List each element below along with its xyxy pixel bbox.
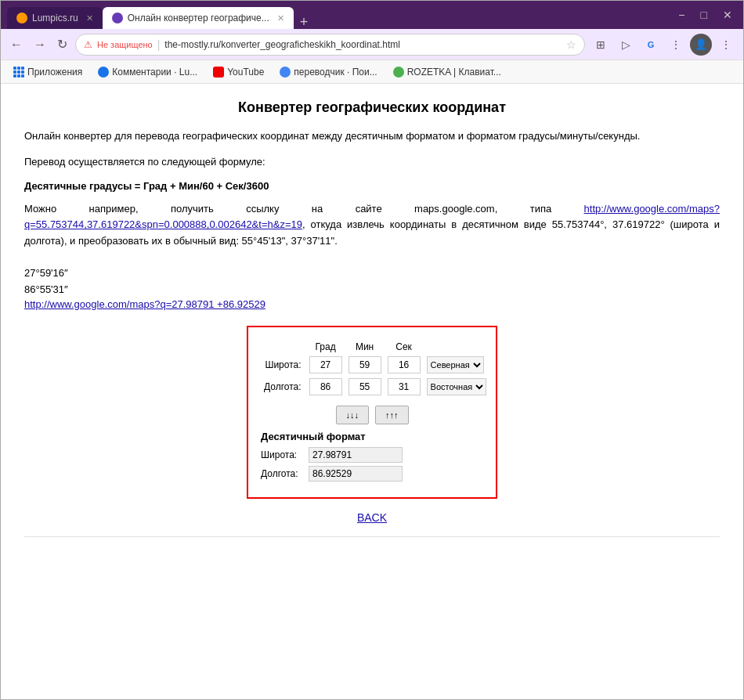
page-divider — [24, 536, 720, 537]
bookmarks-bar: Приложения Комментарии · Lu... YouTube п… — [1, 60, 743, 84]
window-controls: − □ ✕ — [674, 7, 737, 23]
browser-toolbar-icons: ⊞ ▷ G ⋮ 👤 ⋮ — [590, 34, 737, 56]
security-warning-icon: ⚠ — [84, 39, 92, 50]
tab1-favicon — [16, 13, 27, 23]
minimize-button[interactable]: − — [674, 7, 689, 23]
bookmark-apps[interactable]: Приложения — [7, 65, 88, 79]
cast-button[interactable]: ▷ — [615, 34, 637, 56]
bookmark-apps-label: Приложения — [27, 67, 82, 78]
lat-grad-input[interactable] — [309, 356, 342, 373]
youtube-icon — [213, 67, 224, 78]
tab-converter[interactable]: Онлайн конвертер географиче... ✕ — [103, 7, 294, 29]
converter-widget: Град Мин Сек Широта: Северна — [247, 326, 497, 499]
address-input[interactable]: ⚠ Не защищено | the-mostly.ru/konverter_… — [75, 34, 585, 56]
example-prefix: Можно например, получить ссылку на сайте… — [24, 203, 584, 215]
bookmark-youtube[interactable]: YouTube — [207, 65, 270, 79]
bookmark-rozetka-label: ROZETKA | Клавиат... — [407, 67, 501, 78]
profile-icon[interactable]: 👤 — [690, 34, 712, 56]
decimal-lon-row: Долгота: — [261, 466, 483, 482]
th-grad: Град — [306, 340, 345, 354]
comments-icon — [98, 67, 109, 78]
tab2-close[interactable]: ✕ — [277, 13, 284, 23]
settings-button[interactable]: ⋮ — [665, 34, 687, 56]
back-link[interactable]: BACK — [24, 511, 720, 524]
lat-min-input[interactable] — [349, 356, 381, 373]
tab-lumpics[interactable]: Lumpics.ru ✕ — [7, 7, 103, 29]
decimal-lon-label: Долгота: — [261, 468, 304, 479]
extensions-button[interactable]: ⊞ — [590, 34, 612, 56]
address-bar: ← → ↻ ⚠ Не защищено | the-mostly.ru/konv… — [1, 29, 743, 60]
result-line2: 86°55'31″ — [24, 282, 720, 298]
menu-button[interactable]: ⋮ — [715, 34, 737, 56]
decimal-lat-input[interactable] — [309, 447, 403, 463]
formula-label: Перевод осуществляется по следующей форм… — [24, 154, 720, 171]
result-line1: 27°59'16″ — [24, 265, 720, 282]
apps-grid-icon — [13, 67, 24, 78]
th-min: Мин — [345, 340, 385, 354]
decimal-section: Десятичный формат Широта: Долгота: — [261, 431, 483, 482]
address-text: the-mostly.ru/konverter_geograficheskikh… — [164, 39, 562, 50]
bookmark-comments[interactable]: Комментарии · Lu... — [92, 65, 204, 79]
result-block: 27°59'16″ 86°55'31″ http://www.google.co… — [24, 265, 720, 310]
page-title: Конвертер географических координат — [24, 99, 720, 116]
address-separator: | — [157, 38, 161, 51]
bookmark-youtube-label: YouTube — [227, 67, 264, 78]
convert-to-decimal-button[interactable]: ↓↓↓ — [336, 406, 370, 424]
tab2-label: Онлайн конвертер географиче... — [128, 13, 269, 23]
conversion-buttons: ↓↓↓ ↑↑↑ — [261, 406, 483, 424]
lon-row: Долгота: Восточная Западная — [261, 376, 489, 398]
lat-label: Широта: — [261, 354, 306, 376]
intro-text: Онлайн конвертер для перевода географиче… — [24, 128, 720, 145]
formula-text: Десятичные градусы = Град + Мин/60 + Сек… — [24, 180, 720, 192]
tab1-close[interactable]: ✕ — [86, 13, 93, 23]
maximize-button[interactable]: □ — [696, 7, 712, 23]
tabs-area: Lumpics.ru ✕ Онлайн конвертер географиче… — [7, 1, 308, 29]
new-tab-button[interactable]: + — [300, 15, 309, 29]
bookmark-translate[interactable]: переводчик · Пои... — [273, 65, 383, 79]
bookmark-star-icon[interactable]: ☆ — [566, 38, 576, 51]
translate-button[interactable]: G — [640, 34, 662, 56]
translate-icon — [280, 67, 291, 78]
tab1-label: Lumpics.ru — [32, 13, 78, 23]
security-label: Не защищено — [97, 40, 153, 49]
lon-grad-input[interactable] — [309, 378, 342, 395]
lat-direction-select[interactable]: Северная Южная — [427, 356, 484, 373]
bookmark-comments-label: Комментарии · Lu... — [112, 67, 197, 78]
back-nav-button[interactable]: ← — [7, 36, 26, 53]
decimal-lat-row: Широта: — [261, 447, 483, 463]
lon-label: Долгота: — [261, 376, 306, 398]
lon-min-input[interactable] — [349, 378, 381, 395]
title-bar: Lumpics.ru ✕ Онлайн конвертер географиче… — [1, 1, 743, 29]
reload-button[interactable]: ↻ — [54, 35, 70, 53]
lat-sec-input[interactable] — [388, 356, 421, 373]
result-map-link[interactable]: http://www.google.com/maps?q=27.98791 +8… — [24, 298, 265, 310]
decimal-lon-input[interactable] — [309, 466, 403, 482]
convert-to-dms-button[interactable]: ↑↑↑ — [375, 406, 409, 424]
tab2-favicon — [112, 13, 123, 23]
decimal-title: Десятичный формат — [261, 431, 483, 442]
bookmark-rozetka[interactable]: ROZETKA | Клавиат... — [387, 65, 507, 79]
coord-table: Град Мин Сек Широта: Северна — [261, 340, 489, 398]
bookmark-translate-label: переводчик · Пои... — [294, 67, 377, 78]
browser-window: Lumpics.ru ✕ Онлайн конвертер географиче… — [0, 0, 744, 700]
forward-nav-button[interactable]: → — [31, 36, 49, 53]
th-empty — [261, 340, 306, 354]
close-button[interactable]: ✕ — [718, 7, 737, 23]
lat-row: Широта: Северная Южная — [261, 354, 489, 376]
page-content: Конвертер географических координат Онлай… — [1, 84, 743, 699]
lon-sec-input[interactable] — [388, 378, 421, 395]
th-dir — [424, 340, 489, 354]
rozetka-icon — [393, 67, 404, 78]
example-text: Можно например, получить ссылку на сайте… — [24, 201, 720, 250]
decimal-lat-label: Широта: — [261, 449, 304, 460]
th-sec: Сек — [385, 340, 424, 354]
lon-direction-select[interactable]: Восточная Западная — [427, 378, 486, 395]
